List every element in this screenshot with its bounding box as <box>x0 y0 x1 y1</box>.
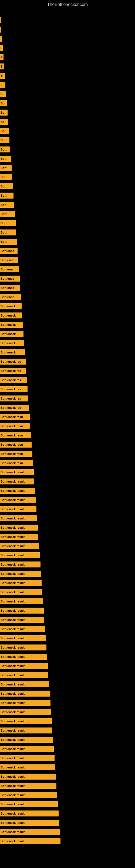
bar-label: Bott <box>1 176 6 179</box>
bar-label: Bottleneck res <box>1 360 21 363</box>
bar-label: Bottleneck result <box>1 563 25 566</box>
bar: Bottleneck result <box>0 774 56 780</box>
bar: Bottleneck result <box>0 488 35 494</box>
bar-item: Bottleneck result <box>0 829 135 835</box>
bar-item: E <box>0 45 135 51</box>
bar-item: Bo <box>0 137 135 143</box>
bar-item: Bottleneck result <box>0 654 135 660</box>
bar-label: Bottl <box>1 194 7 197</box>
bar-item: Bottleneck resu <box>0 442 135 447</box>
bar: Bottleneck result <box>0 764 55 770</box>
bar-item: Bottleneck <box>0 322 135 328</box>
bar: Bott <box>0 147 10 152</box>
bar: Bo <box>0 128 9 134</box>
bar-item: Bottleneck result <box>0 774 135 780</box>
bar-label: E <box>1 46 2 50</box>
bar <box>0 27 1 33</box>
bar: Bottleneck result <box>0 838 60 844</box>
bar-label: Bottleneck resu <box>1 443 23 446</box>
bar-item: Bottleneck result <box>0 497 135 503</box>
bar-label: Bottleneck res <box>1 388 21 391</box>
bar-item <box>0 36 135 42</box>
bar-item: Bottl <box>0 211 135 217</box>
bar: Bottleneck <box>0 312 22 318</box>
bar-label: Bo <box>1 111 5 114</box>
bar-label: Bottleneck result <box>1 720 25 723</box>
bar: Bottleneck result <box>0 737 53 743</box>
bar-item: E <box>0 63 135 69</box>
bar-item: Bottleneck result <box>0 617 135 623</box>
bar-label: Bo <box>1 138 5 142</box>
bar: Bottleneck result <box>0 561 41 567</box>
bar: Bottleneck resu <box>0 432 31 438</box>
bar: Bottleneck result <box>0 829 60 835</box>
bar-item: Bottleneck result <box>0 691 135 696</box>
bar: Bottleneck result <box>0 810 58 816</box>
bar-item: Bottleneck resu <box>0 451 135 457</box>
bar: Bo <box>0 110 8 116</box>
bar-label: Bottleneck result <box>1 710 25 714</box>
bar-item: Bottleneck resu <box>0 423 135 429</box>
bar-label: Bottleneck resu <box>1 415 23 418</box>
bar-label: Bottleneck result <box>1 729 25 732</box>
bar: Bottleneck result <box>0 608 44 614</box>
bar: E <box>0 45 3 51</box>
bar: Bottlenec <box>0 248 17 254</box>
bar-item: E <box>0 54 135 60</box>
bar: Bottleneck result <box>0 571 41 577</box>
bar-label: Bottleneck result <box>1 830 25 834</box>
bar: Bottleneck <box>0 349 25 355</box>
bar-item: Bottleneck result <box>0 746 135 752</box>
bar: Bottlenec <box>0 276 20 282</box>
bar-item: Bottleneck result <box>0 672 135 678</box>
bar-item: Bottleneck result <box>0 598 135 604</box>
bar-item: Bottleneck resu <box>0 414 135 420</box>
bar-label: Bottleneck result <box>1 839 25 843</box>
bar-item: Bottleneck result <box>0 755 135 761</box>
bar: Bottleneck result <box>0 580 42 586</box>
bar: Bottleneck result <box>0 681 49 687</box>
bar-label: Bottleneck <box>1 305 16 308</box>
bar: Bottleneck result <box>0 746 54 752</box>
bar: Bottleneck result <box>0 497 36 503</box>
bar: Bottl <box>0 239 17 245</box>
bar: Bottleneck result <box>0 469 34 475</box>
bar-label: Bottleneck <box>1 314 16 317</box>
bar-label: Bottleneck result <box>1 738 25 741</box>
bar: Bottleneck result <box>0 635 46 641</box>
bar-label: Bottleneck result <box>1 600 25 603</box>
bar-item: Bottleneck res <box>0 396 135 401</box>
bar-item: Bottleneck result <box>0 764 135 770</box>
bar-label: E <box>1 65 2 68</box>
bar-label: Bottlenec <box>1 249 14 252</box>
bar-item: Bottl <box>0 229 135 236</box>
bar-label: Bottleneck result <box>1 701 25 705</box>
bar-item: B <box>0 73 135 79</box>
bar: Bott <box>0 183 13 189</box>
bar: Bottleneck result <box>0 672 48 678</box>
bar-item: Bottlenec <box>0 248 135 254</box>
bar-item: Bottleneck result <box>0 506 135 512</box>
bar-label: Bottl <box>1 231 7 234</box>
bar-label: Bottleneck result <box>1 803 25 806</box>
bar-item: Bottleneck result <box>0 838 135 844</box>
bar-item: Bottleneck result <box>0 18 135 23</box>
bar: Bo <box>0 100 7 106</box>
bar-item: Bottl <box>0 220 135 226</box>
bar-item: Bottleneck <box>0 331 135 337</box>
bar: Bottlenec <box>0 267 19 272</box>
bar-label: Bottleneck <box>1 341 16 345</box>
bar: Bottleneck result <box>0 820 59 826</box>
bar: Bottleneck result <box>0 801 58 807</box>
bar-item: Bottleneck <box>0 340 135 346</box>
bar-label: Bottleneck result <box>1 646 25 649</box>
bar-item: Bottl <box>0 239 135 245</box>
bar-item: Bottleneck result <box>0 801 135 807</box>
bar-label: Bottleneck result <box>1 581 25 585</box>
bar-item: Bo <box>0 119 135 125</box>
bar-item: Bottleneck result <box>0 645 135 650</box>
bar-label: Bottleneck result <box>1 747 25 750</box>
bar: Bottleneck result <box>0 626 45 632</box>
bar-label: Bott <box>1 148 6 151</box>
bar: Bottleneck resu <box>0 442 32 447</box>
